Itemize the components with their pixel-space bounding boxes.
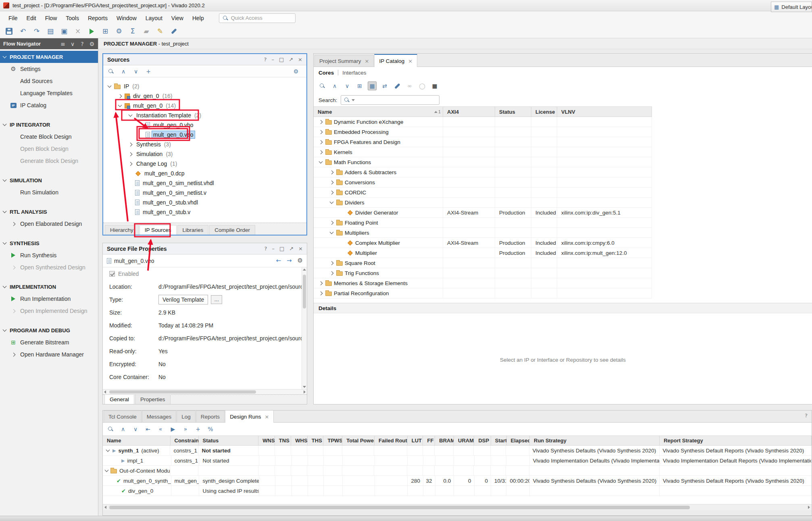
flownav-section-implementation[interactable]: IMPLEMENTATION: [0, 281, 98, 293]
redo-icon[interactable]: ↷: [32, 27, 41, 36]
tree-item-mult-gen-0-vho[interactable]: mult_gen_0.vho: [103, 120, 306, 130]
flownav-item-open-implemented-design[interactable]: Open Implemented Design: [0, 305, 98, 317]
catalog-row-divider-generator[interactable]: Divider GeneratorAXI4-StreamProductionIn…: [314, 208, 652, 218]
flownav-item-ip-catalog[interactable]: IPIP Catalog: [0, 99, 98, 111]
type-dropdown[interactable]: Verilog Template: [158, 295, 208, 304]
column-header-failed-routes[interactable]: Failed Routes: [375, 436, 408, 445]
column-header-license[interactable]: License: [531, 107, 557, 117]
expand-all-icon[interactable]: ∨: [70, 40, 75, 48]
close-icon[interactable]: ×: [264, 414, 269, 419]
flownav-item-open-synthesized-design[interactable]: Open Synthesized Design: [0, 261, 98, 273]
scroll-down-icon[interactable]: [303, 386, 306, 388]
refresh-icon[interactable]: ⇄: [380, 81, 389, 90]
catalog-row-multipliers[interactable]: Multipliers: [314, 228, 652, 238]
undo-icon[interactable]: ↶: [19, 27, 27, 36]
link-icon[interactable]: ∞: [405, 81, 414, 90]
flownav-item-open-hardware-manager[interactable]: Open Hardware Manager: [0, 348, 98, 361]
menu-icon[interactable]: ≡: [60, 40, 66, 48]
tab-reports[interactable]: Reports: [196, 411, 225, 422]
column-header-axi4[interactable]: AXI4: [443, 107, 495, 117]
maximize-icon[interactable]: ↗: [289, 57, 293, 62]
catalog-row-fpga-features-and-design[interactable]: FPGA Features and Design: [314, 137, 652, 147]
catalog-row-complex-multiplier[interactable]: Complex MultiplierAXI4-StreamProductionI…: [314, 238, 652, 248]
flownav-item-settings[interactable]: ⚙Settings: [0, 63, 98, 75]
tree-item-mult-gen-0-sim-netlist-vhdl[interactable]: mult_gen_0_sim_netlist.vhdl: [103, 178, 306, 188]
tab-messages[interactable]: Messages: [142, 411, 177, 422]
enabled-checkbox[interactable]: [109, 271, 115, 277]
help-icon[interactable]: ?: [805, 413, 808, 418]
expand-all-icon[interactable]: ∨: [131, 425, 140, 433]
close-icon[interactable]: ×: [298, 57, 302, 62]
flownav-section-ip-integrator[interactable]: IP INTEGRATOR: [0, 119, 98, 131]
maximize-icon[interactable]: ↗: [289, 246, 294, 251]
minimize-icon[interactable]: –: [271, 57, 274, 62]
close-icon[interactable]: ×: [298, 246, 303, 251]
collapse-all-icon[interactable]: ∧: [119, 67, 128, 76]
run-row-mult-gen-0-synth-1[interactable]: ✔mult_gen_0_synth_1mult_gen_0synth_desig…: [103, 476, 812, 486]
report-icon[interactable]: ▤: [46, 27, 55, 36]
catalog-row-conversions[interactable]: Conversions: [314, 177, 652, 188]
tree-item-mult-gen-0-veo[interactable]: mult_gen_0.veo: [103, 130, 306, 140]
step-icon[interactable]: ⊞: [101, 27, 110, 36]
expand-icon[interactable]: [128, 162, 132, 166]
tab-log[interactable]: Log: [177, 411, 196, 422]
tree-item-instantiation-template[interactable]: Instantiation Template(2): [103, 110, 306, 120]
arrow-left-icon[interactable]: ←: [276, 258, 281, 264]
skip-back-icon[interactable]: ⇤: [144, 425, 152, 433]
tab-ip-sources[interactable]: IP Sources: [139, 225, 177, 235]
tree-item-ip[interactable]: IP(2): [103, 81, 306, 91]
catalog-row-memories-storage-elements[interactable]: Memories & Storage Elements: [314, 278, 652, 288]
scroll-left-icon[interactable]: [104, 390, 106, 394]
catalog-search-input[interactable]: [341, 95, 439, 105]
stop-icon[interactable]: ■: [430, 81, 439, 90]
flownav-item-generate-bitstream[interactable]: ⊞Generate Bitstream: [0, 336, 98, 348]
horizontal-scrollbar[interactable]: [103, 389, 307, 394]
tab-project-summary[interactable]: Project Summary×: [314, 55, 374, 67]
tab-compile-order[interactable]: Compile Order: [209, 225, 255, 235]
collapse-icon[interactable]: [107, 84, 111, 88]
menu-tools[interactable]: Tools: [61, 13, 83, 23]
browse-button[interactable]: …: [211, 295, 222, 304]
collapse-icon[interactable]: [128, 113, 132, 117]
run-row-out-of-context-module-runs[interactable]: Out-of-Context Module Runs: [103, 466, 812, 476]
column-header-report-strategy[interactable]: Report Strategy: [660, 436, 812, 445]
catalog-row-adders-subtracters[interactable]: Adders & Subtracters: [314, 167, 652, 177]
layout-selector-button[interactable]: ▦ Default Layout: [771, 2, 812, 12]
expand-icon[interactable]: [319, 140, 323, 144]
search-icon[interactable]: [318, 81, 327, 90]
column-header-vlnv[interactable]: VLNV: [557, 107, 652, 117]
flownav-item-run-synthesis[interactable]: Run Synthesis: [0, 249, 98, 261]
percent-icon[interactable]: %: [206, 425, 215, 433]
expand-icon[interactable]: [128, 152, 132, 156]
collapse-icon[interactable]: [329, 230, 333, 234]
column-header-bram[interactable]: BRAM: [435, 436, 454, 445]
column-header-elapsed[interactable]: Elapsed: [507, 436, 530, 445]
wrench-icon[interactable]: [393, 81, 402, 90]
runs-horizontal-scrollbar[interactable]: [103, 504, 812, 510]
arrow-right-icon[interactable]: →: [287, 258, 292, 264]
web-icon[interactable]: ◯: [418, 81, 427, 90]
forward-icon[interactable]: »: [181, 425, 190, 433]
column-header-total-power[interactable]: Total Power: [342, 436, 375, 445]
tree-item-mult-gen-0[interactable]: mult_gen_0(14): [103, 101, 306, 110]
tree-item-div-gen-0[interactable]: div_gen_0(16): [103, 91, 306, 101]
minimize-icon[interactable]: –: [272, 246, 275, 251]
flownav-item-open-elaborated-design[interactable]: Open Elaborated Design: [0, 218, 98, 230]
run-row-div-gen-0[interactable]: ✔div_gen_0Using cached IP results: [103, 486, 812, 496]
catalog-row-multiplier[interactable]: MultiplierProductionIncludedxilinx.com:i…: [314, 248, 652, 258]
flownav-item-generate-block-design[interactable]: Generate Block Design: [0, 155, 98, 167]
column-header-ths[interactable]: THS: [308, 436, 324, 445]
add-icon[interactable]: +: [144, 67, 153, 76]
search-icon[interactable]: [106, 67, 115, 76]
column-header-lut[interactable]: LUT: [408, 436, 423, 445]
subtab-cores[interactable]: Cores: [319, 70, 334, 76]
edit-icon[interactable]: ✎: [156, 27, 164, 36]
gear-icon[interactable]: ⚙: [291, 67, 300, 76]
column-header-status[interactable]: Status: [199, 436, 259, 445]
close-icon[interactable]: ×: [365, 58, 369, 64]
expand-icon[interactable]: [128, 142, 132, 146]
expand-icon[interactable]: [329, 271, 333, 275]
catalog-row-embedded-processing[interactable]: Embedded Processing: [314, 127, 652, 137]
catalog-row-square-root[interactable]: Square Root: [314, 258, 652, 268]
column-header-name[interactable]: Name1: [314, 107, 443, 117]
